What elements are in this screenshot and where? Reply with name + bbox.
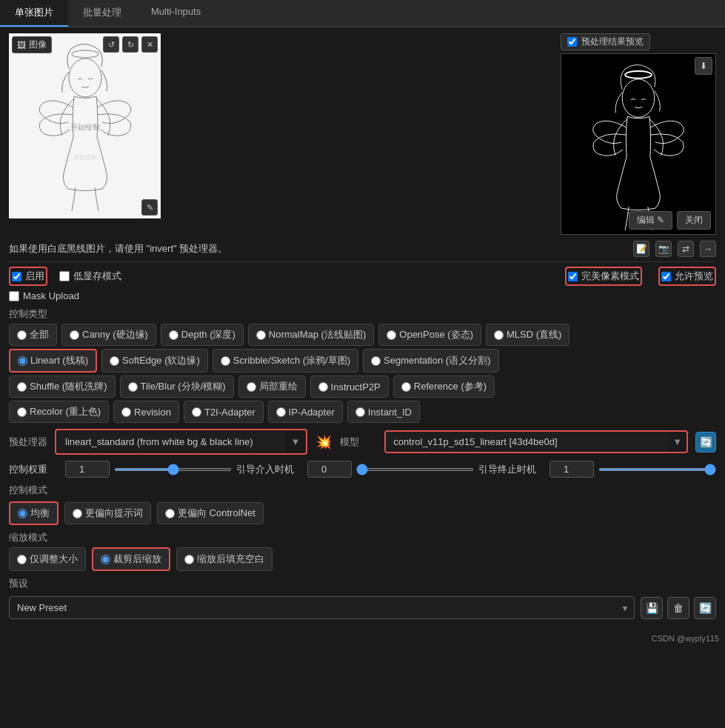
- ctrl-localdraw-radio[interactable]: [247, 382, 256, 392]
- ctrl-lineart-radio[interactable]: [18, 356, 27, 366]
- ctrl-mlsd-radio[interactable]: [494, 330, 504, 340]
- ctrl-normalmap[interactable]: NormalMap (法线贴图): [248, 324, 374, 346]
- ctrl-normalmap-radio[interactable]: [256, 330, 266, 340]
- mode-prompt[interactable]: 更偏向提示词: [64, 502, 151, 524]
- ctrl-instructp2p[interactable]: InstructP2P: [310, 375, 389, 398]
- ctrl-recolor-radio[interactable]: [17, 407, 27, 417]
- ctrl-depth-radio[interactable]: [169, 330, 178, 340]
- ctrl-canny-radio[interactable]: [70, 330, 79, 340]
- ctrl-tileblur-radio[interactable]: [128, 382, 138, 392]
- spacer: [168, 33, 553, 235]
- ctrl-instructp2p-radio[interactable]: [318, 382, 328, 392]
- ctrl-softedge[interactable]: SoftEdge (软边缘): [101, 349, 208, 373]
- preprocessor-select[interactable]: lineart_standard (from white bg & black …: [58, 432, 286, 452]
- resize-fill[interactable]: 缩放后填充空白: [176, 547, 273, 571]
- ctrl-shuffle[interactable]: Shuffle (随机洗牌): [9, 375, 116, 398]
- ctrl-t2iadapter-radio[interactable]: [192, 407, 201, 417]
- svg-text:开始绘制: 开始绘制: [73, 154, 97, 161]
- ctrl-mlsd[interactable]: MLSD (直线): [486, 324, 569, 346]
- mode-prompt-radio[interactable]: [73, 509, 82, 518]
- download-btn[interactable]: ⬇: [695, 57, 712, 75]
- ctrl-segmentation[interactable]: Segmentation (语义分割): [363, 349, 499, 373]
- resize-crop-radio[interactable]: [101, 555, 110, 564]
- svg-point-5: [625, 71, 652, 79]
- weight-slider[interactable]: [114, 468, 232, 471]
- mode-balanced-radio[interactable]: [18, 509, 27, 518]
- ctrl-shuffle-radio[interactable]: [17, 382, 27, 392]
- refresh-preset-btn[interactable]: 🔄: [694, 597, 716, 619]
- main-content: 🖼 图像 ↺ ↻ ✕ 开始绘制: [0, 27, 725, 631]
- resize-only-radio[interactable]: [17, 555, 27, 564]
- low-mem-item[interactable]: 低显存模式: [59, 270, 121, 283]
- edit-preview-btn[interactable]: 编辑 ✎: [629, 211, 672, 230]
- weight-input[interactable]: [65, 461, 110, 478]
- ctrl-all[interactable]: 全部: [9, 324, 57, 346]
- pencil-btn[interactable]: ✎: [141, 199, 158, 216]
- rotate-right-btn[interactable]: ↻: [122, 36, 138, 53]
- fire-icon: 💥: [315, 431, 333, 453]
- end-label: 引导终止时机: [478, 463, 545, 476]
- end-slider[interactable]: [598, 468, 716, 471]
- ctrl-ipadapter[interactable]: IP-Adapter: [268, 401, 343, 423]
- ctrl-openpose[interactable]: OpenPose (姿态): [378, 324, 481, 346]
- image-icon-btn[interactable]: 📷: [655, 241, 672, 257]
- resize-fill-radio[interactable]: [184, 555, 194, 564]
- ctrl-canny[interactable]: Canny (硬边缘): [61, 324, 156, 346]
- save-preset-btn[interactable]: 💾: [641, 597, 663, 619]
- ctrl-t2iadapter[interactable]: T2I-Adapter: [184, 401, 264, 423]
- ctrl-softedge-radio[interactable]: [110, 356, 119, 366]
- control-type-row4: Recolor (重上色) Revision T2I-Adapter IP-Ad…: [9, 401, 716, 423]
- tab-batch[interactable]: 批量处理: [68, 0, 136, 27]
- ctrl-reference-radio[interactable]: [401, 382, 411, 392]
- edit-icon-btn[interactable]: 📝: [633, 241, 649, 257]
- mode-controlnet[interactable]: 更偏向 ControlNet: [157, 502, 264, 524]
- rotate-left-btn[interactable]: ↺: [103, 36, 119, 53]
- ctrl-tileblur[interactable]: Tile/Blur (分块/模糊): [120, 375, 234, 398]
- arrow-icon-btn[interactable]: →: [700, 241, 716, 257]
- ctrl-ipadapter-radio[interactable]: [276, 407, 286, 417]
- ctrl-depth[interactable]: Depth (深度): [161, 324, 244, 346]
- perfect-pixel-box: 完美像素模式: [565, 267, 642, 286]
- end-input[interactable]: [549, 461, 594, 478]
- tab-single-image[interactable]: 单张图片: [0, 0, 68, 27]
- swap-icon-btn[interactable]: ⇄: [678, 241, 694, 257]
- notice-text: 如果使用白底黑线图片，请使用 "invert" 预处理器。: [9, 242, 227, 256]
- ctrl-revision-radio[interactable]: [121, 407, 131, 417]
- refresh-model-btn[interactable]: 🔄: [695, 432, 716, 453]
- model-select[interactable]: control_v11p_sd15_lineart [43d4be0d]: [386, 432, 668, 452]
- mask-upload-checkbox[interactable]: [9, 291, 19, 301]
- ctrl-reference[interactable]: Reference (参考): [393, 375, 495, 398]
- ctrl-segmentation-radio[interactable]: [371, 356, 381, 366]
- ctrl-lineart[interactable]: Lineart (线稿): [9, 349, 97, 373]
- ctrl-revision[interactable]: Revision: [113, 401, 179, 423]
- delete-preset-btn[interactable]: 🗑: [667, 597, 689, 619]
- low-mem-checkbox[interactable]: [59, 271, 70, 281]
- mask-upload-item[interactable]: Mask Upload: [9, 290, 79, 301]
- preview-image-area[interactable]: ⬇ 编辑 ✎ 关闭: [561, 53, 716, 235]
- ctrl-localdraw[interactable]: 局部重绘: [238, 375, 306, 398]
- ctrl-openpose-radio[interactable]: [387, 330, 396, 340]
- ctrl-scribble[interactable]: Scribble/Sketch (涂鸦/草图): [213, 349, 358, 373]
- ctrl-all-radio[interactable]: [17, 330, 27, 340]
- preview-checkbox[interactable]: [567, 37, 577, 47]
- remove-image-btn[interactable]: ✕: [141, 36, 158, 53]
- ctrl-recolor[interactable]: Recolor (重上色): [9, 401, 109, 423]
- ctrl-instantid-radio[interactable]: [355, 407, 365, 417]
- allow-preview-checkbox[interactable]: [661, 272, 671, 281]
- resize-only[interactable]: 仅调整大小: [9, 547, 86, 571]
- enable-checkbox[interactable]: [12, 272, 21, 281]
- mode-balanced[interactable]: 均衡: [9, 501, 59, 525]
- input-image-area[interactable]: 开始绘制: [9, 33, 161, 218]
- preview-checkbox-container: 预处理结果预览: [561, 33, 650, 50]
- mode-controlnet-radio[interactable]: [165, 509, 175, 518]
- ctrl-scribble-radio[interactable]: [221, 356, 230, 366]
- tab-multi-inputs[interactable]: Multi-Inputs: [136, 0, 216, 27]
- start-slider[interactable]: [356, 468, 474, 471]
- start-input[interactable]: [307, 461, 352, 478]
- perfect-pixel-checkbox[interactable]: [568, 272, 578, 281]
- preset-select[interactable]: New Preset: [9, 596, 635, 619]
- resize-crop[interactable]: 裁剪后缩放: [92, 547, 170, 571]
- close-preview-btn[interactable]: 关闭: [677, 211, 711, 230]
- ctrl-instantid[interactable]: Instant_ID: [347, 401, 420, 423]
- mask-upload-row: Mask Upload: [9, 290, 716, 301]
